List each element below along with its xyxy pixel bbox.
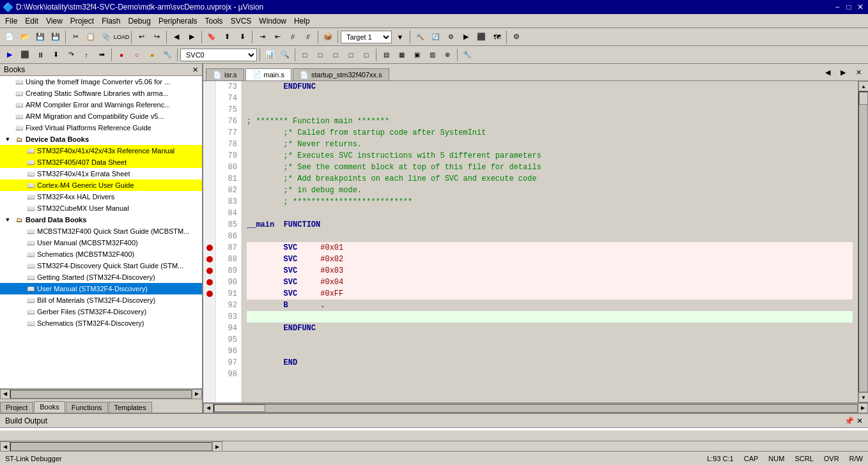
list-item[interactable]: 📖 Cortex-M4 Generic User Guide — [0, 179, 202, 191]
bp-row-88[interactable] — [203, 254, 215, 265]
open-map[interactable]: 🗺 — [490, 30, 504, 44]
save-button[interactable]: 💾 — [33, 30, 47, 44]
debug-run-to[interactable]: ➡ — [95, 48, 109, 62]
list-item[interactable]: 📖 Gerber Files (STM32F4-Discovery) — [0, 306, 202, 317]
view-btn3[interactable]: ▣ — [410, 48, 424, 62]
bp-clear-all[interactable]: ○ — [130, 48, 144, 62]
code-editor[interactable]: ENDFUNC ; ******* Function main ******* … — [242, 81, 858, 402]
left-panel-close[interactable]: ✕ — [192, 66, 198, 74]
rebuild-btn[interactable]: 🔄 — [428, 30, 442, 44]
menu-tools[interactable]: Tools — [201, 15, 227, 27]
tab-scroll-right[interactable]: ▶ — [836, 65, 850, 79]
bp-row-87[interactable] — [203, 242, 215, 254]
list-item[interactable]: 📖 Creating Static Software Libraries wit… — [0, 88, 202, 99]
open-file-button[interactable]: 📂 — [18, 30, 32, 44]
debug-pause[interactable]: ⏸ — [33, 48, 47, 62]
tab-main[interactable]: 📄 main.s — [245, 68, 291, 80]
debug-tool1[interactable]: 📊 — [263, 48, 277, 62]
v-scroll-down[interactable]: ▼ — [858, 392, 868, 402]
window-btn4[interactable]: □ — [344, 48, 358, 62]
bookmark-button[interactable]: 🔖 — [205, 30, 219, 44]
target-combo[interactable]: Target 1 — [341, 31, 392, 43]
copy-button[interactable]: 📋 — [84, 30, 98, 44]
tab-startup[interactable]: 📄 startup_stm32f407xx.s — [293, 68, 389, 80]
maximize-button[interactable]: □ — [844, 3, 854, 11]
list-item[interactable]: 📖 STM32CubeMX User Manual — [0, 202, 202, 214]
list-item[interactable]: 📖 Using the fromelf Image Converter v5.0… — [0, 76, 202, 88]
view-btn4[interactable]: ▥ — [425, 48, 439, 62]
redo-button[interactable]: ↪ — [150, 30, 164, 44]
left-scroll-right[interactable]: ▶ — [192, 389, 202, 399]
svc-combo[interactable]: SVC0 — [180, 49, 257, 61]
h-scroll-thumb[interactable] — [214, 404, 265, 412]
nav-back-button[interactable]: ◀ — [169, 30, 183, 44]
list-item[interactable]: 📖 ARM Compiler Error and Warnings Refere… — [0, 99, 202, 111]
wrench-btn[interactable]: 🔧 — [460, 48, 474, 62]
build-btn[interactable]: 🔨 — [413, 30, 427, 44]
debug-step-out[interactable]: ↑ — [79, 48, 93, 62]
bottom-scroll-track-left[interactable] — [10, 442, 212, 451]
list-item[interactable]: 📖 Fixed Virtual Platforms Reference Guid… — [0, 122, 202, 133]
window-btn5[interactable]: □ — [359, 48, 373, 62]
v-scroll-track[interactable] — [858, 91, 868, 392]
bp-row-89[interactable] — [203, 265, 215, 277]
manage-button[interactable]: 📦 — [321, 30, 335, 44]
view-btn2[interactable]: ▦ — [394, 48, 408, 62]
window-btn2[interactable]: □ — [313, 48, 327, 62]
bp-row-91[interactable] — [203, 288, 215, 300]
comment-button[interactable]: // — [286, 30, 300, 44]
h-scroll-left[interactable]: ◀ — [203, 403, 213, 413]
h-scroll-right[interactable]: ▶ — [858, 403, 868, 413]
list-item[interactable]: 📖 Getting Started (STM32F4-Discovery) — [0, 271, 202, 283]
list-item[interactable]: ▼ 🗂 Device Data Books — [0, 133, 202, 145]
menu-flash[interactable]: Flash — [98, 15, 124, 27]
undo-button[interactable]: ↩ — [134, 30, 148, 44]
list-item[interactable]: 📖 STM32F4-Discovery Quick Start Guide (S… — [0, 260, 202, 271]
list-item[interactable]: 📖 User Manual (MCBSTM32F400) — [0, 237, 202, 248]
tab-books[interactable]: Books — [34, 401, 65, 413]
unindent-button[interactable]: ⇤ — [270, 30, 284, 44]
debug-step-in[interactable]: ⬇ — [49, 48, 63, 62]
list-item[interactable]: 📖 STM32F40x/41x/42x/43x Reference Manual — [0, 145, 202, 156]
run-btn[interactable]: ▶ — [459, 30, 473, 44]
load-button[interactable]: LOAD — [114, 30, 128, 44]
cut-button[interactable]: ✂ — [68, 30, 82, 44]
view-btn5[interactable]: ⊕ — [440, 48, 454, 62]
build-close-button[interactable]: ✕ — [856, 416, 863, 425]
debug-stop[interactable]: ⬛ — [18, 48, 32, 62]
list-item[interactable]: 📖 STM32F40x/41x Errata Sheet — [0, 168, 202, 179]
debug-step-over[interactable]: ↷ — [64, 48, 78, 62]
left-scroll-track[interactable] — [10, 390, 192, 399]
tab-isr[interactable]: 📄 isr.s — [206, 68, 244, 80]
close-button[interactable]: ✕ — [855, 3, 865, 11]
menu-view[interactable]: View — [42, 15, 66, 27]
tab-close-panel[interactable]: ✕ — [851, 65, 865, 79]
minimize-button[interactable]: − — [832, 3, 842, 11]
window-btn3[interactable]: □ — [329, 48, 343, 62]
list-item[interactable]: 📖 STM32F4xx HAL Drivers — [0, 191, 202, 202]
h-scroll-track[interactable] — [213, 404, 858, 413]
debug-tool2[interactable]: 🔍 — [278, 48, 292, 62]
bp-row-90[interactable] — [203, 277, 215, 288]
list-item[interactable]: 📖 Schematics (STM32F4-Discovery) — [0, 317, 202, 329]
menu-peripherals[interactable]: Peripherals — [155, 15, 201, 27]
settings-btn[interactable]: ⚙ — [509, 30, 523, 44]
debug-start[interactable]: ▶ — [3, 48, 17, 62]
window-btn1[interactable]: □ — [298, 48, 312, 62]
tab-scroll-left[interactable]: ◀ — [821, 65, 835, 79]
menu-debug[interactable]: Debug — [125, 15, 155, 27]
indent-button[interactable]: ⇥ — [255, 30, 269, 44]
list-item[interactable]: 📖 MCBSTM32F400 Quick Start Guide (MCBSTM… — [0, 225, 202, 237]
list-item[interactable]: 📖 Schematics (MCBSTM32F400) — [0, 248, 202, 260]
new-file-button[interactable]: 📄 — [3, 30, 17, 44]
menu-project[interactable]: Project — [66, 15, 98, 27]
target-settings[interactable]: ▼ — [393, 30, 407, 44]
menu-help[interactable]: Help — [290, 15, 314, 27]
list-item[interactable]: 📖 Bill of Materials (STM32F4-Discovery) — [0, 294, 202, 306]
bp-disable[interactable]: ● — [145, 48, 159, 62]
tab-functions[interactable]: Functions — [66, 402, 108, 413]
list-item[interactable]: 📖 ARM Migration and Compatibility Guide … — [0, 111, 202, 122]
list-item[interactable]: ▼ 🗂 Board Data Books — [0, 214, 202, 225]
left-scroll-left[interactable]: ◀ — [0, 389, 10, 399]
v-scroll-up[interactable]: ▲ — [858, 81, 868, 91]
